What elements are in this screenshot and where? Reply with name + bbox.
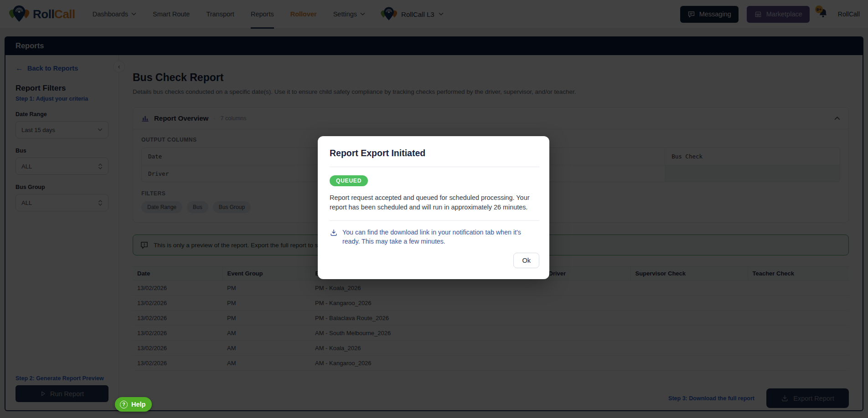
modal-download-note: You can find the download link in your n… — [330, 228, 535, 246]
question-mark-icon: ? — [120, 401, 128, 408]
modal-title: Report Export Initiated — [330, 148, 539, 158]
modal-footer: Ok — [330, 253, 539, 268]
modal-divider — [330, 167, 539, 167]
report-export-modal: Report Export Initiated QUEUED Report re… — [318, 136, 549, 279]
status-badge: QUEUED — [330, 175, 368, 186]
download-icon — [330, 229, 338, 237]
modal-body-text: Report request accepted and queued for s… — [330, 193, 539, 212]
modal-note-text: You can find the download link in your n… — [342, 228, 535, 246]
ok-button[interactable]: Ok — [513, 253, 539, 268]
modal-divider — [330, 220, 539, 221]
help-button[interactable]: ? Help — [115, 397, 152, 412]
